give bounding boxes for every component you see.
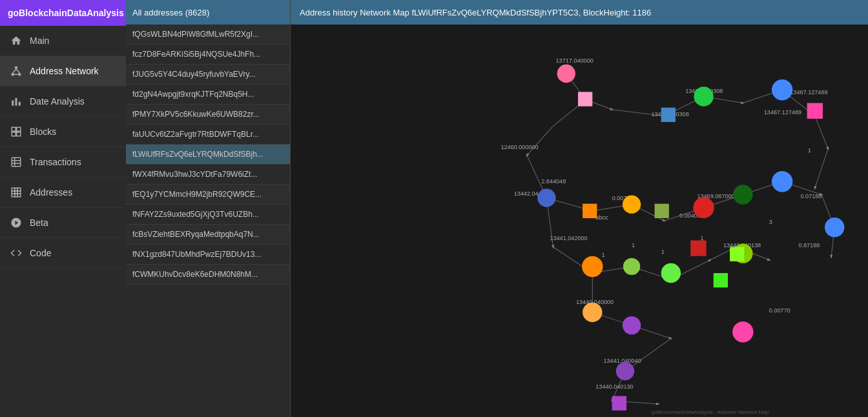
beta-icon: [9, 216, 23, 230]
address-row[interactable]: fPMY7XkPV5c6KkuwKe6UWB82zr...: [126, 105, 290, 125]
svg-rect-8: [19, 102, 21, 106]
svg-point-94: [733, 185, 752, 204]
transactions-icon: [9, 155, 23, 169]
network-canvas[interactable]: 13717.040000 12460.000000 13442.044048 1…: [291, 25, 868, 417]
svg-text:1: 1: [700, 235, 703, 241]
svg-point-88: [694, 86, 713, 106]
address-row[interactable]: fCWMKUhvDcv8eK6eDHM0N8hM...: [126, 265, 290, 285]
svg-rect-9: [12, 127, 16, 131]
svg-rect-92: [655, 204, 669, 218]
sidebar: goBlockchainDataAnalysis Main Address Ne…: [0, 0, 126, 417]
svg-line-57: [815, 116, 828, 149]
svg-rect-12: [17, 132, 21, 136]
svg-point-107: [616, 362, 634, 380]
sidebar-label-main: Main: [30, 36, 49, 46]
sidebar-label-code: Code: [30, 248, 51, 258]
svg-text:1: 1: [661, 249, 665, 255]
address-row[interactable]: faUUCv6tZ2aFvgtr7RtBDWFTqBLr...: [126, 125, 290, 145]
sidebar-item-blocks[interactable]: Blocks: [0, 117, 126, 147]
svg-point-91: [623, 195, 641, 213]
svg-text:1: 1: [632, 242, 635, 249]
bar-chart-icon: [9, 94, 23, 108]
svg-rect-6: [12, 101, 14, 106]
svg-text:0.87188: 0.87188: [798, 242, 820, 249]
network-map-header: Address history Network Map fLWiUfRFsZvQ…: [291, 0, 868, 25]
blocks-icon: [9, 125, 23, 139]
svg-point-97: [582, 256, 603, 277]
address-row[interactable]: fcBsVZiehtBEXRyqaMedtpqbAq7N...: [126, 225, 290, 245]
svg-rect-90: [583, 204, 597, 218]
svg-text:2.844048: 2.844048: [541, 178, 566, 185]
svg-text:abcc: abcc: [595, 214, 608, 221]
address-row[interactable]: fWX4fRMvu3hwJ3cYDtFa79W6iZt...: [126, 165, 290, 185]
svg-point-115: [825, 218, 844, 237]
svg-point-105: [623, 316, 641, 334]
code-icon: [9, 246, 23, 260]
sidebar-item-addresses[interactable]: Addresses: [0, 178, 126, 208]
svg-text:0.07188: 0.07188: [801, 193, 822, 199]
svg-text:13440.040130: 13440.040130: [595, 383, 633, 390]
sidebar-label-date-analysis: Date Analysis: [30, 96, 85, 107]
svg-text:1: 1: [808, 147, 811, 154]
svg-rect-10: [17, 127, 21, 131]
svg-line-4: [16, 69, 19, 73]
svg-point-96: [693, 198, 714, 218]
svg-rect-89: [661, 108, 676, 122]
svg-text:13467.127489: 13467.127489: [764, 109, 801, 116]
address-list[interactable]: fQGsWLBN4dPiW8GfMLwR5f2XgI...fcz7D8FeARK…: [126, 25, 290, 417]
address-row[interactable]: fd2gN4Awpgjt9xrqKJTFq2NBq5H...: [126, 85, 290, 105]
svg-rect-108: [612, 396, 626, 411]
sidebar-item-beta[interactable]: Beta: [0, 208, 126, 238]
address-panel-header: All addresses (8628): [126, 0, 290, 25]
sidebar-label-address-network: Address Network: [30, 66, 99, 76]
svg-rect-104: [714, 273, 728, 287]
svg-point-106: [732, 321, 753, 342]
main-content: All addresses (8628) fQGsWLBN4dPiW8GfMLw…: [126, 0, 868, 417]
sidebar-item-code[interactable]: Code: [0, 238, 126, 269]
svg-rect-85: [578, 92, 592, 106]
address-row[interactable]: fJUG5v5Y4C4duy45ryfuvbYaEVry...: [126, 65, 290, 85]
svg-text:13717.040000: 13717.040000: [556, 57, 594, 64]
svg-text:13441.042000: 13441.042000: [550, 235, 587, 241]
svg-rect-102: [730, 247, 744, 261]
svg-text:13467.127489: 13467.127489: [790, 89, 827, 96]
address-row[interactable]: fcz7D8FeARKiSi5Bj4NQSUe4JhFh...: [126, 45, 290, 65]
svg-text:3: 3: [769, 219, 772, 225]
svg-point-0: [15, 66, 18, 70]
svg-rect-7: [16, 98, 17, 106]
sidebar-item-main[interactable]: Main: [0, 26, 126, 56]
sidebar-label-transactions: Transactions: [30, 157, 81, 167]
address-row[interactable]: fNX1gzd847UbMhdPwzEj7BDUv13...: [126, 245, 290, 265]
svg-point-95: [772, 171, 792, 192]
svg-point-93: [537, 188, 555, 207]
svg-rect-11: [12, 132, 16, 136]
svg-rect-101: [690, 240, 706, 256]
svg-point-103: [583, 303, 602, 322]
address-row[interactable]: fQGsWLBN4dPiW8GfMLwR5f2XgI...: [126, 25, 290, 45]
svg-line-3: [13, 69, 16, 73]
svg-rect-87: [807, 103, 823, 119]
address-row[interactable]: fEQ1y7YCMmcH9M2jbR92QW9CE...: [126, 185, 290, 205]
sidebar-item-date-analysis[interactable]: Date Analysis: [0, 86, 126, 117]
network-icon: [9, 64, 23, 78]
network-panel: Address history Network Map fLWiUfRFsZvQ…: [291, 0, 868, 417]
address-row[interactable]: fLWiUfRFsZvQ6eLYRQMkDdSfSBjh...: [126, 145, 290, 165]
svg-text:12460.000000: 12460.000000: [501, 144, 538, 150]
address-panel: All addresses (8628) fQGsWLBN4dPiW8GfMLw…: [126, 0, 291, 417]
sidebar-label-beta: Beta: [30, 218, 48, 228]
home-icon: [9, 34, 23, 48]
sidebar-item-address-network[interactable]: Address Network: [0, 56, 126, 86]
svg-line-35: [527, 126, 553, 156]
svg-text:goBlockchainDataAnalysis - Add: goBlockchainDataAnalysis - Address Netwo…: [651, 409, 769, 415]
svg-text:1: 1: [601, 252, 604, 258]
svg-rect-13: [12, 158, 21, 167]
svg-point-98: [623, 258, 640, 275]
address-row[interactable]: fNFAY2Zs9uxted5GjXjQ3Tv6UZBh...: [126, 205, 290, 225]
svg-rect-25: [17, 194, 21, 197]
app-title: goBlockchainDataAnalysis: [0, 0, 126, 26]
svg-line-58: [815, 149, 828, 188]
svg-point-86: [772, 79, 792, 100]
sidebar-item-transactions[interactable]: Transactions: [0, 147, 126, 178]
svg-point-84: [557, 65, 575, 83]
svg-text:0.00770: 0.00770: [769, 307, 790, 314]
